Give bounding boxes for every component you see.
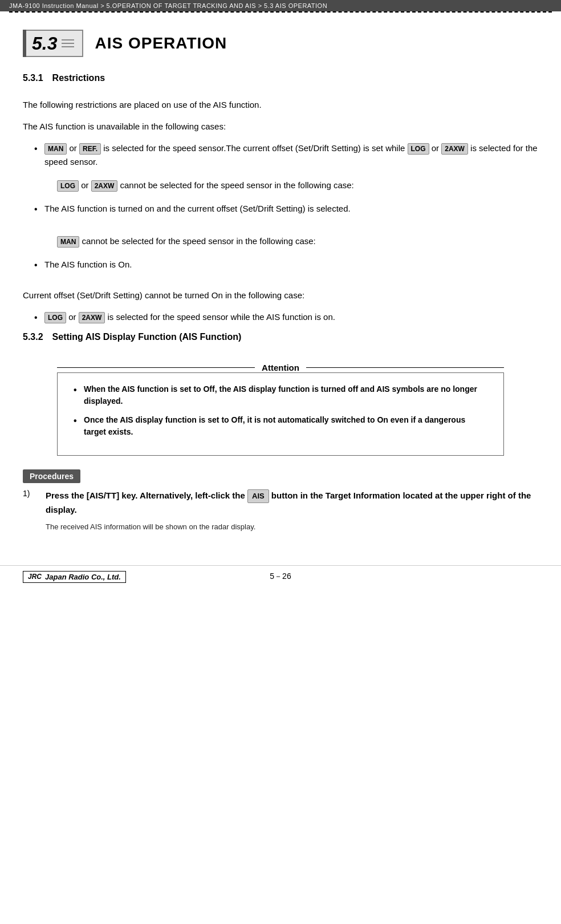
subsection-532: 5.3.2 Setting AIS Display Function (AIS … (23, 332, 538, 456)
log-badge-1: LOG (408, 143, 429, 155)
step-content-1: Press the [AIS/TT] key. Alternatively, l… (46, 489, 538, 517)
attention-box: When the AIS function is set to Off, the… (57, 372, 504, 456)
subsection-531-header: 5.3.1 Restrictions (23, 73, 538, 90)
log-badge-3: LOG (44, 312, 66, 323)
bullet-item-4: LOG or 2AXW is selected for the speed se… (34, 310, 538, 324)
man-cannot-block: MAN cannot be selected for the speed sen… (57, 233, 538, 250)
2axw-badge-1: 2AXW (441, 143, 468, 155)
procedure-step-1: 1) Press the [AIS/TT] key. Alternatively… (23, 489, 538, 517)
attention-header: Attention (57, 363, 504, 372)
footer: JRC Japan Radio Co., Ltd. 5－26 (0, 565, 561, 587)
attention-container: Attention When the AIS function is set t… (57, 363, 504, 456)
section-title: AIS OPERATION (95, 34, 227, 52)
current-offset-intro: Current offset (Set/Drift Setting) canno… (23, 289, 538, 302)
spacer-1 (23, 224, 538, 233)
subsection-531-title: Restrictions (52, 73, 105, 83)
bullet-list-4: LOG or 2AXW is selected for the speed se… (23, 310, 538, 324)
jrc-label: JRC (28, 573, 42, 581)
bullet-item-3: The AIS function is On. (34, 258, 538, 271)
section-number-badge: 5.3 (23, 30, 83, 57)
bullet-list-1: MAN or REF. is selected for the speed se… (23, 141, 538, 169)
restrictions-intro2: The AIS function is unavailable in the f… (23, 120, 538, 133)
badge-line-2 (62, 43, 74, 44)
section-header: 5.3 AIS OPERATION (23, 30, 538, 57)
footer-logo: JRC Japan Radio Co., Ltd. (23, 571, 126, 583)
man-cannot-text: cannot be selected for the speed sensor … (82, 236, 316, 246)
attention-item-1: When the AIS function is set to Off, the… (71, 383, 490, 407)
subsection-531-number: 5.3.1 (23, 73, 43, 83)
bullet-list-3: The AIS function is On. (23, 258, 538, 271)
log-2axw-block: LOG or 2AXW cannot be selected for the s… (57, 177, 538, 194)
subsection-532-number: 5.3.2 (23, 332, 43, 342)
breadcrumb-text: JMA-9100 Instruction Manual > 5.OPERATIO… (9, 2, 327, 9)
ais-badge: AIS (247, 489, 269, 504)
breadcrumb: JMA-9100 Instruction Manual > 5.OPERATIO… (0, 0, 561, 11)
attention-list: When the AIS function is set to Off, the… (71, 383, 490, 438)
main-content: 5.3 AIS OPERATION 5.3.1 Restrictions The… (0, 13, 561, 554)
man-badge: MAN (44, 143, 67, 155)
subsection-532-title: Setting AIS Display Function (AIS Functi… (52, 332, 242, 342)
step-note-1: The received AIS information will be sho… (46, 522, 538, 531)
section-number: 5.3 (32, 34, 57, 52)
subsection-531: 5.3.1 Restrictions The following restric… (23, 73, 538, 324)
procedures-section: Procedures 1) Press the [AIS/TT] key. Al… (23, 469, 538, 531)
restrictions-intro1: The following restrictions are placed on… (23, 98, 538, 112)
step-number-1: 1) (23, 489, 46, 498)
company-name: Japan Radio Co., Ltd. (45, 573, 121, 581)
bullet-item-2: The AIS function is turned on and the cu… (34, 202, 538, 216)
badge-lines (62, 39, 74, 47)
attention-item-2: Once the AIS display function is set to … (71, 414, 490, 438)
2axw-badge-2: 2AXW (91, 180, 118, 192)
procedures-badge: Procedures (23, 469, 80, 483)
attention-title: Attention (255, 363, 306, 372)
log-badge-2: LOG (57, 180, 79, 192)
ref-badge: REF. (79, 143, 101, 155)
step1-text-1: Press the [AIS/TT] key. Alternatively, l… (46, 491, 247, 500)
footer-page: 5－26 (270, 572, 291, 582)
bullet-list-2: The AIS function is turned on and the cu… (23, 202, 538, 216)
2axw-badge-3: 2AXW (79, 312, 105, 323)
bullet-item-1: MAN or REF. is selected for the speed se… (34, 141, 538, 169)
subsection-532-header: 5.3.2 Setting AIS Display Function (AIS … (23, 332, 538, 349)
badge-line-3 (62, 46, 74, 47)
spacer-2 (23, 279, 538, 289)
man-badge-2: MAN (57, 236, 79, 248)
badge-line-1 (62, 39, 74, 40)
